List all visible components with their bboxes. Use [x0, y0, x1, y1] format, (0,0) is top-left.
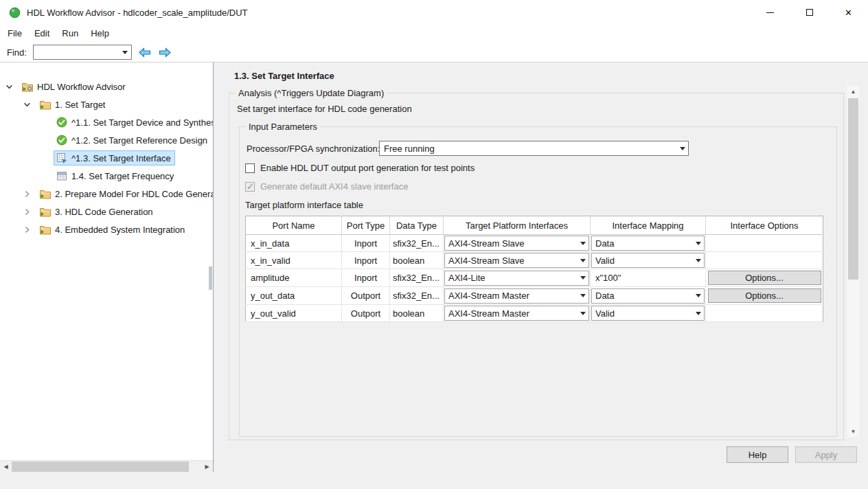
table-column-header: Data Type [390, 216, 444, 235]
menu-file[interactable]: File [1, 25, 28, 43]
tree-item-embedded-system-integration[interactable]: 4. Embedded System Integration [0, 220, 213, 238]
port-type-cell: Inport [342, 235, 390, 252]
interface-options-button[interactable]: Options... [708, 288, 821, 303]
close-button[interactable]: ✕ [829, 0, 868, 25]
interface-options-button[interactable]: Options... [708, 271, 821, 285]
workflow-tree: HDL Workflow Advisor1. Set Target^1.1. S… [0, 62, 213, 238]
scroll-up-icon[interactable]: ▲ [847, 86, 859, 98]
tree-item-label: ^1.1. Set Target Device and Synthesi [71, 117, 214, 128]
menu-help[interactable]: Help [84, 25, 115, 43]
target-interface-cell: AXI4-Lite [444, 269, 591, 287]
table-column-header: Port Type [342, 216, 390, 235]
tree-item-label: 1.4. Set Target Frequency [71, 171, 174, 181]
port-name-cell: amplitude [246, 269, 342, 287]
interface-table-row: x_in_dataInportsfix32_En...AXI4-Stream S… [246, 235, 823, 252]
analysis-group-label: Analysis (^Triggers Update Diagram) [236, 88, 387, 98]
apply-button[interactable]: Apply [795, 446, 857, 463]
port-name-cell: x_in_data [246, 235, 342, 252]
data-type-cell: sfix32_En... [390, 287, 444, 305]
target-platform-interface-dropdown[interactable]: AXI4-Stream Master [444, 306, 589, 321]
testpoints-checkbox[interactable] [245, 163, 255, 173]
chevron-right-icon[interactable] [23, 224, 37, 235]
content-vertical-scrollbar[interactable]: ▲ ▼ [847, 86, 859, 437]
find-combobox[interactable] [33, 45, 132, 60]
scroll-left-icon[interactable]: ◀ [0, 461, 12, 472]
chevron-down-icon[interactable] [5, 81, 19, 92]
menu-run[interactable]: Run [56, 25, 84, 43]
find-input[interactable] [34, 45, 119, 59]
chevron-down-icon [577, 259, 589, 262]
chevron-right-icon[interactable] [23, 188, 37, 199]
vertical-scrollbar-thumb[interactable] [848, 98, 858, 280]
target-platform-interface-dropdown[interactable]: AXI4-Stream Slave [444, 253, 589, 268]
tree-item-set-target-interface[interactable]: ^1.3. Set Target Interface [0, 149, 213, 167]
tree-item-label: 4. Embedded System Integration [55, 225, 185, 235]
tree-item-set-target-device[interactable]: ^1.1. Set Target Device and Synthesi [0, 113, 213, 131]
check-circle-icon [56, 117, 68, 128]
tree-horizontal-scrollbar[interactable]: ◀ ▶ [0, 460, 213, 472]
workflow-tree-panel: HDL Workflow Advisor1. Set Target^1.1. S… [0, 62, 214, 472]
tree-item-set-target[interactable]: 1. Set Target [0, 95, 213, 113]
chevron-right-icon[interactable] [23, 206, 37, 217]
chevron-down-icon[interactable] [119, 45, 131, 59]
tree-item-hdl-code-generation[interactable]: 3. HDL Code Generation [0, 203, 213, 220]
find-previous-button[interactable] [137, 45, 152, 60]
target-platform-interface-dropdown[interactable]: AXI4-Lite [444, 271, 589, 286]
horizontal-scrollbar-thumb[interactable] [12, 462, 189, 472]
tree-item-set-target-reference-design[interactable]: ^1.2. Set Target Reference Design [0, 131, 213, 149]
find-next-button[interactable] [158, 45, 173, 60]
chevron-down-icon [577, 294, 589, 297]
scroll-down-icon[interactable]: ▼ [847, 426, 859, 437]
window-title: HDL Workflow Advisor - hdlcoder_scale_am… [27, 8, 248, 18]
chevron-down-icon [676, 147, 688, 150]
input-parameters-group: Input Parameters Processor/FPGA synchron… [239, 126, 837, 437]
port-name-cell: x_in_valid [246, 252, 342, 269]
interface-mapping-cell: x"100" [591, 269, 706, 287]
port-type-cell: Outport [342, 305, 390, 322]
interface-mapping-dropdown[interactable]: Data [591, 236, 705, 251]
port-type-cell: Inport [342, 252, 390, 269]
testpoints-checkbox-label: Enable HDL DUT output port generation fo… [260, 163, 475, 173]
dropdown-value: Valid [592, 308, 692, 319]
menu-edit[interactable]: Edit [28, 25, 56, 43]
chevron-down-icon [577, 276, 589, 280]
tree-item-set-target-frequency[interactable]: 1.4. Set Target Frequency [0, 167, 213, 185]
chevron-down-icon[interactable] [23, 99, 37, 110]
interface-table-row: y_out_dataOutportsfix32_En...AXI4-Stream… [246, 287, 823, 305]
dropdown-value: AXI4-Stream Master [445, 308, 577, 319]
tree-item-hdl-workflow-advisor[interactable]: HDL Workflow Advisor [0, 78, 213, 95]
close-icon: ✕ [845, 8, 852, 18]
tree-item-prepare-model[interactable]: 2. Prepare Model For HDL Code Generat [0, 185, 213, 203]
dropdown-value: Data [592, 291, 692, 301]
help-button[interactable]: Help [727, 446, 788, 463]
minimize-button[interactable] [751, 0, 790, 25]
workflow-folder-icon [39, 99, 52, 111]
axi4-slave-checkbox [245, 182, 255, 192]
port-name-cell: y_out_data [246, 287, 342, 305]
target-interface-cell: AXI4-Stream Master [444, 287, 591, 305]
check-circle-icon [56, 135, 68, 146]
find-toolbar: Find: [0, 43, 868, 62]
data-type-cell: boolean [390, 305, 444, 322]
scroll-right-icon[interactable]: ▶ [201, 461, 213, 472]
chevron-down-icon [577, 312, 589, 315]
processor-fpga-sync-dropdown[interactable]: Free running [379, 141, 689, 156]
interface-table-row: amplitudeInportsfix32_En...AXI4-Litex"10… [246, 269, 823, 287]
task-edit-icon [56, 152, 68, 164]
data-type-cell: sfix32_En... [390, 235, 444, 252]
interface-mapping-dropdown[interactable]: Valid [591, 306, 705, 321]
tree-vertical-scrollbar-thumb[interactable] [209, 266, 212, 290]
target-interface-cell: AXI4-Stream Master [444, 305, 591, 322]
target-platform-interface-dropdown[interactable]: AXI4-Stream Slave [444, 236, 589, 251]
table-column-header: Interface Mapping [591, 216, 706, 235]
interface-mapping-dropdown[interactable]: Valid [591, 253, 705, 268]
maximize-button[interactable] [790, 0, 829, 25]
dropdown-value: AXI4-Stream Slave [445, 238, 577, 249]
tree-item-content: 3. HDL Code Generation [37, 204, 157, 219]
dropdown-value: Free running [380, 144, 676, 154]
maximize-icon [806, 9, 813, 16]
interface-mapping-input[interactable]: x"100" [591, 271, 705, 286]
interface-mapping-dropdown[interactable]: Data [591, 288, 705, 304]
target-platform-interface-dropdown[interactable]: AXI4-Stream Master [444, 288, 589, 304]
sync-label: Processor/FPGA synchronization: [247, 144, 380, 154]
